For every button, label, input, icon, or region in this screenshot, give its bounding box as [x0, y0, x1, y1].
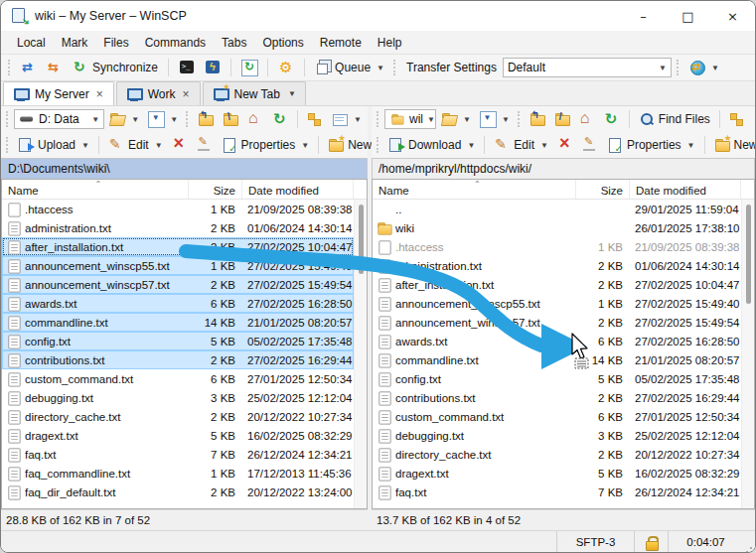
column-header-size[interactable]: Size: [576, 180, 630, 199]
close-button[interactable]: ×: [710, 1, 755, 31]
column-header-date[interactable]: Date modified: [630, 180, 741, 199]
file-row[interactable]: wiki 26/01/2025 17:38:10: [373, 218, 741, 237]
file-row[interactable]: dragext.txt 5 KB 16/02/2025 08:32:29: [2, 426, 354, 445]
column-header-date[interactable]: Date modified: [242, 180, 354, 199]
file-row[interactable]: config.txt 5 KB 05/02/2025 17:35:48: [373, 369, 741, 388]
file-row[interactable]: after_installation.txt 2 KB 27/02/2025 1…: [373, 275, 741, 294]
local-delete-button[interactable]: [168, 135, 192, 155]
preferences-button[interactable]: [274, 58, 298, 77]
remote-view-button[interactable]: ▼: [750, 109, 756, 129]
file-row[interactable]: faq_dir_default.txt 2 KB 20/12/2022 13:2…: [2, 483, 354, 501]
file-row[interactable]: faq.txt 7 KB 26/12/2024 12:34:21: [2, 445, 354, 464]
remote-tree-button[interactable]: [725, 109, 749, 129]
local-tree-button[interactable]: [303, 109, 327, 129]
find-files-button[interactable]: Find Files: [635, 109, 714, 129]
file-row[interactable]: .. 29/01/2025 11:59:04: [373, 200, 741, 218]
synchronize-browsing-button[interactable]: [43, 58, 67, 77]
local-scrollbar[interactable]: [354, 200, 367, 508]
file-row[interactable]: awards.txt 6 KB 27/02/2025 16:28:50: [373, 332, 741, 350]
remote-root-dir-button[interactable]: /: [550, 109, 574, 129]
remote-new-button[interactable]: ★New▼: [710, 135, 756, 155]
file-row[interactable]: faq.txt 7 KB 26/12/2024 12:34:21: [373, 483, 741, 501]
remote-rename-button[interactable]: [578, 135, 602, 155]
file-row[interactable]: awards.txt 6 KB 27/02/2025 16:28:50: [2, 294, 354, 313]
local-refresh-button[interactable]: [268, 109, 292, 129]
local-properties-button[interactable]: Properties▼: [218, 135, 314, 155]
file-row[interactable]: .htaccess 1 KB 21/09/2025 08:39:38: [2, 200, 354, 218]
column-header-name[interactable]: ⌃Name: [373, 180, 576, 199]
local-home-dir-button[interactable]: [243, 109, 267, 129]
file-row[interactable]: after_installation.txt 2 KB 27/02/2025 1…: [2, 237, 354, 256]
menu-item[interactable]: Help: [370, 33, 410, 53]
queue-button[interactable]: Queue▼: [311, 58, 388, 77]
menu-item[interactable]: Tabs: [214, 33, 254, 53]
column-header-size[interactable]: Size: [189, 180, 242, 199]
remote-edit-button[interactable]: Edit▼: [490, 135, 552, 155]
menu-item[interactable]: Remote: [312, 33, 370, 53]
remote-directory-combo[interactable]: wil ▼: [384, 109, 436, 129]
file-row[interactable]: debugging.txt 3 KB 25/02/2025 12:12:04: [2, 388, 354, 407]
close-tab-icon[interactable]: ×: [95, 87, 104, 101]
local-rename-button[interactable]: [193, 135, 217, 155]
remote-scrollbar[interactable]: [741, 200, 754, 508]
file-row[interactable]: announcement_winscp55.txt 1 KB 27/02/202…: [2, 256, 354, 275]
file-row[interactable]: directory_cache.txt 2 KB 20/12/2022 10:2…: [2, 407, 354, 426]
local-parent-dir-button[interactable]: ↰: [194, 109, 218, 129]
local-edit-button[interactable]: Edit▼: [104, 135, 167, 155]
tab-new-tab[interactable]: ★ New Tab ▼: [203, 81, 306, 105]
transfer-options-button[interactable]: ▼: [685, 58, 723, 77]
remote-parent-dir-button[interactable]: ↰: [526, 109, 549, 129]
file-row[interactable]: commandline.txt 14 KB 21/01/2025 08:20:5…: [2, 313, 354, 332]
remote-path-bar[interactable]: /home/mprikryl/httpdocs/wiki/: [372, 158, 755, 179]
remote-open-directory-button[interactable]: ▼: [437, 109, 475, 129]
scrollbar-thumb[interactable]: [746, 205, 751, 304]
file-row[interactable]: custom_command.txt 6 KB 27/01/2025 12:50…: [2, 369, 354, 388]
transfer-settings-combo[interactable]: Default ▼: [503, 58, 672, 77]
file-row[interactable]: commandline.txt 14 KB 21/01/2025 08:20:5…: [373, 350, 741, 369]
upload-button[interactable]: Upload▼: [14, 135, 93, 155]
file-row[interactable]: administration.txt 2 KB 01/06/2024 14:30…: [373, 256, 741, 275]
menu-item[interactable]: Local: [9, 33, 54, 53]
console-button[interactable]: [175, 58, 199, 77]
minimize-button[interactable]: –: [621, 1, 666, 31]
remote-refresh-button[interactable]: [600, 109, 624, 129]
resize-grip[interactable]: [743, 531, 755, 552]
close-tab-icon[interactable]: ×: [181, 87, 190, 101]
protocol-cell[interactable]: SFTP-3: [556, 531, 634, 552]
maximize-button[interactable]: □: [666, 1, 710, 31]
file-row[interactable]: announcement_winscp57.txt 2 KB 27/02/202…: [373, 313, 741, 332]
compare-panels-button[interactable]: [17, 58, 41, 77]
menu-item[interactable]: Mark: [54, 33, 96, 53]
file-row[interactable]: .htaccess 1 KB 21/09/2025 08:39:38: [373, 237, 741, 256]
local-view-button[interactable]: ▼: [328, 109, 366, 129]
file-row[interactable]: announcement_winscp55.txt 1 KB 27/02/202…: [373, 294, 741, 313]
local-path-bar[interactable]: D:\Documents\wiki\: [1, 158, 368, 179]
local-drive-combo[interactable]: D: Data ▼: [14, 109, 104, 129]
tab-my-server[interactable]: My Server ×: [3, 81, 114, 105]
synchronize-button[interactable]: Synchronize: [69, 58, 162, 77]
refresh-button[interactable]: [237, 58, 261, 77]
file-row[interactable]: dragext.txt 5 KB 16/02/2025 08:32:29: [373, 464, 741, 483]
local-filter-button[interactable]: ▼: [144, 109, 182, 129]
putty-button[interactable]: [201, 58, 225, 77]
file-row[interactable]: debugging.txt 3 KB 25/02/2025 12:12:04: [373, 426, 741, 445]
remote-filter-button[interactable]: ▼: [476, 109, 514, 129]
menu-item[interactable]: Files: [95, 33, 136, 53]
local-open-directory-button[interactable]: ▼: [105, 109, 143, 129]
scrollbar-thumb[interactable]: [359, 205, 364, 274]
column-header-name[interactable]: ⌃Name: [2, 180, 189, 199]
file-row[interactable]: contributions.txt 2 KB 27/02/2025 16:29:…: [373, 388, 741, 407]
file-row[interactable]: announcement_winscp57.txt 2 KB 27/02/202…: [2, 275, 354, 294]
encryption-cell[interactable]: [634, 531, 668, 552]
file-row[interactable]: faq_commandline.txt 1 KB 17/12/2013 11:4…: [2, 464, 354, 483]
file-row[interactable]: directory_cache.txt 2 KB 20/12/2022 10:2…: [373, 445, 741, 464]
remote-properties-button[interactable]: Properties▼: [603, 135, 699, 155]
file-row[interactable]: custom_command.txt 6 KB 27/01/2025 12:50…: [373, 407, 741, 426]
remote-home-dir-button[interactable]: [575, 109, 599, 129]
local-root-dir-button[interactable]: \: [219, 109, 242, 129]
download-button[interactable]: Download▼: [384, 135, 479, 155]
file-row[interactable]: administration.txt 2 KB 01/06/2024 14:30…: [2, 218, 354, 237]
menu-item[interactable]: Options: [254, 33, 311, 53]
remote-delete-button[interactable]: [553, 135, 577, 155]
tab-work[interactable]: Work ×: [116, 81, 201, 105]
